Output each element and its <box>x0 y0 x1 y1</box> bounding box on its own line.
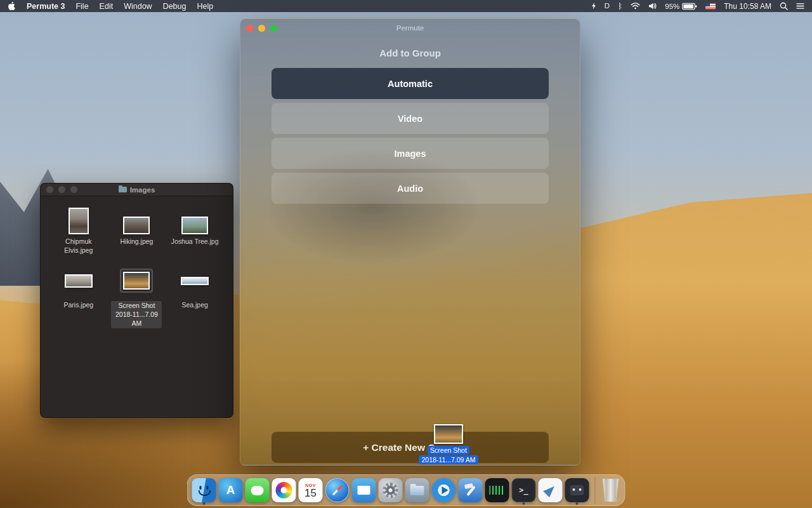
group-button-images[interactable]: Images <box>272 138 549 169</box>
finder-titlebar[interactable]: Images <box>41 184 233 196</box>
dock-icon-trash[interactable] <box>601 479 620 502</box>
dock-icon-pen-app[interactable] <box>539 478 563 502</box>
file-screen-shot-selected[interactable]: Screen Shot 2018-11...7.09 AM <box>108 264 166 328</box>
robot-face-icon <box>570 485 584 495</box>
dock-icon-quicktime[interactable] <box>432 478 456 502</box>
terminal-prompt-icon: >_ <box>519 486 528 495</box>
menu-window[interactable]: Window <box>124 2 152 11</box>
folder-icon <box>119 187 127 192</box>
dock-icon-messages[interactable] <box>246 478 270 502</box>
drag-ghost-name-line2: 2018-11...7.09 AM <box>419 455 478 464</box>
file-thumbnail <box>69 208 89 234</box>
file-name: Joshua Tree.jpg <box>171 237 219 246</box>
dock-icon-permute[interactable] <box>565 478 589 502</box>
file-thumbnail <box>181 277 209 285</box>
drag-ghost-file[interactable]: Screen Shot 2018-11...7.09 AM <box>410 424 487 464</box>
drag-ghost-thumbnail <box>434 424 463 444</box>
permute-titlebar[interactable]: Permute <box>240 20 580 36</box>
notification-center-icon[interactable] <box>796 3 804 10</box>
finder-face-icon <box>197 485 211 496</box>
permute-window-title: Permute <box>240 24 580 32</box>
file-chipmuk-elvis[interactable]: Chipmuk Elvis.jpeg <box>49 203 108 255</box>
menu-bar: Permute 3 File Edit Window Debug Help D … <box>0 0 812 12</box>
hammer-icon <box>463 483 478 498</box>
file-thumbnail <box>65 274 93 288</box>
finder-window-title: Images <box>41 186 233 194</box>
file-thumbnail <box>181 217 208 234</box>
dock-divider <box>595 477 596 504</box>
group-button-video[interactable]: Video <box>272 103 549 134</box>
group-button-audio[interactable]: Audio <box>272 173 549 204</box>
menu-clock[interactable]: Thu 10:58 AM <box>724 2 771 11</box>
dock-icon-xcode[interactable] <box>459 478 483 502</box>
running-indicator <box>576 502 579 505</box>
bluetooth-icon[interactable]: ᛒ <box>618 3 622 10</box>
file-paris[interactable]: Paris.jpeg <box>49 264 108 328</box>
menu-help[interactable]: Help <box>197 2 213 11</box>
file-name: Paris.jpeg <box>63 301 93 310</box>
dock: A NOV 15 >_ <box>187 474 625 506</box>
app-menu-name[interactable]: Permute 3 <box>27 2 65 11</box>
dock-icon-calendar[interactable]: NOV 15 <box>299 478 323 502</box>
dock-icon-safari[interactable] <box>325 478 350 502</box>
dock-icon-system-preferences[interactable] <box>379 478 403 502</box>
menu-file[interactable]: File <box>75 2 88 11</box>
finder-window: Images Chipmuk Elvis.jpeg Hiking.jpeg Jo… <box>40 183 233 418</box>
play-icon <box>442 486 448 494</box>
dock-icon-audio-app[interactable] <box>485 478 509 502</box>
file-thumbnail <box>123 217 150 234</box>
file-sea[interactable]: Sea.jpeg <box>166 264 224 328</box>
group-button-automatic[interactable]: Automatic <box>272 68 549 99</box>
file-thumbnail <box>123 272 150 290</box>
running-indicator <box>523 502 525 505</box>
speech-bubble-icon <box>251 486 264 495</box>
waveform-icon <box>490 486 505 495</box>
menu-edit[interactable]: Edit <box>100 2 114 11</box>
dock-icon-folder[interactable] <box>405 478 429 502</box>
selection-highlight <box>120 269 153 293</box>
dock-icon-mail[interactable] <box>352 478 376 502</box>
file-name: Chipmuk Elvis.jpeg <box>53 237 104 255</box>
file-hiking[interactable]: Hiking.jpeg <box>108 203 166 255</box>
dock-icon-app-store[interactable]: A <box>219 478 243 502</box>
envelope-icon <box>358 486 370 495</box>
permute-window: Permute Add to Group Automatic Video Ima… <box>240 19 580 465</box>
battery-icon <box>682 3 697 10</box>
battery-percent: 95% <box>665 3 679 10</box>
finder-file-grid: Chipmuk Elvis.jpeg Hiking.jpeg Joshua Tr… <box>41 196 233 328</box>
compass-needle-icon <box>332 485 342 495</box>
pen-nib-icon <box>543 483 558 498</box>
apple-menu-icon[interactable] <box>8 1 16 11</box>
group-list: Automatic Video Images Audio <box>240 68 580 204</box>
pinwheel-icon <box>276 482 292 498</box>
dock-icon-finder[interactable] <box>192 478 216 502</box>
battery-indicator[interactable]: 95% <box>665 3 697 10</box>
volume-icon[interactable] <box>648 3 657 10</box>
dock-icon-photos[interactable] <box>272 478 296 502</box>
lightning-status-icon[interactable] <box>591 2 596 10</box>
dock-icon-terminal[interactable]: >_ <box>512 478 536 502</box>
folder-icon <box>410 486 424 495</box>
file-name: Sea.jpeg <box>181 301 207 310</box>
app-store-letter: A <box>226 483 235 497</box>
input-source-flag-icon[interactable] <box>705 3 716 10</box>
calendar-day: 15 <box>304 488 317 499</box>
trash-icon <box>601 479 620 502</box>
wifi-icon[interactable] <box>631 3 640 10</box>
file-name: Screen Shot 2018-11...7.09 AM <box>111 301 162 328</box>
add-to-group-heading: Add to Group <box>240 48 580 58</box>
drag-ghost-name-line1: Screen Shot <box>428 446 469 455</box>
spotlight-icon[interactable] <box>780 2 788 10</box>
duet-status-icon[interactable]: D <box>605 3 610 10</box>
running-indicator <box>203 502 206 505</box>
gear-icon <box>383 483 398 498</box>
file-joshua-tree[interactable]: Joshua Tree.jpg <box>166 203 224 255</box>
file-name: Hiking.jpeg <box>121 237 154 246</box>
menu-debug[interactable]: Debug <box>163 2 187 11</box>
